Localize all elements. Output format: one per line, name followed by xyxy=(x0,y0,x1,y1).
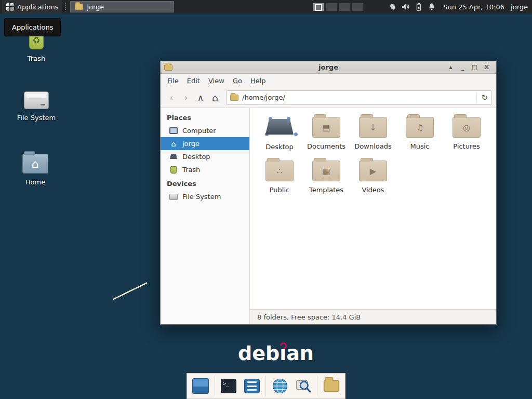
minimize-button[interactable]: _ xyxy=(457,63,469,71)
debian-logo-text: deb xyxy=(238,342,280,365)
taskbar-item-jorge[interactable]: jorge xyxy=(70,1,174,12)
sidebar-item-label: Desktop xyxy=(182,153,210,161)
forward-button[interactable]: › xyxy=(179,91,193,104)
menu-edit[interactable]: Edit xyxy=(183,75,204,86)
file-label: Downloads xyxy=(354,142,391,150)
up-button[interactable]: ∧ xyxy=(194,91,207,104)
sidebar-item-label: Trash xyxy=(182,166,200,174)
debian-logo-i: ı xyxy=(280,342,286,365)
debian-logo: debıan xyxy=(238,342,314,365)
sidebar-header-devices: Devices xyxy=(161,176,249,190)
file-label: Documents xyxy=(307,142,345,150)
menu-go[interactable]: Go xyxy=(229,75,246,86)
file-item-downloads[interactable]: ↓ Downloads xyxy=(350,113,396,151)
file-item-desktop[interactable]: Desktop xyxy=(256,113,303,151)
volume-icon[interactable] xyxy=(402,3,410,11)
file-label: Templates xyxy=(309,186,343,194)
window-icon xyxy=(164,64,172,71)
house-glyph: ⌂ xyxy=(32,157,39,170)
file-label: Videos xyxy=(362,186,384,194)
sidebar-item-trash[interactable]: Trash xyxy=(161,163,249,176)
close-button[interactable]: × xyxy=(481,63,493,71)
shade-button[interactable]: ▴ xyxy=(445,63,457,71)
folder-icon: ▶ xyxy=(359,161,387,181)
file-item-public[interactable]: ∴ Public xyxy=(256,157,303,194)
panel-username[interactable]: jorge xyxy=(511,3,528,11)
panel-grip xyxy=(64,2,67,11)
file-view: Desktop ▤ Documents ↓ Downloads ♫ Music … xyxy=(250,108,496,324)
sidebar-item-desktop[interactable]: Desktop xyxy=(161,150,249,163)
folder-icon: ▦ xyxy=(312,161,340,181)
home-button[interactable]: ⌂ xyxy=(208,91,222,104)
sidebar: Places Computer ⌂ jorge Desktop Trash De… xyxy=(161,108,250,324)
sidebar-item-label: jorge xyxy=(182,140,200,148)
current-path[interactable]: /home/jorge/ xyxy=(242,94,473,101)
file-item-templates[interactable]: ▦ Templates xyxy=(303,157,350,194)
folder-icon: ↓ xyxy=(359,117,387,138)
drive-icon xyxy=(24,91,49,109)
tooltip-text: Applications xyxy=(12,23,53,31)
back-button[interactable]: ‹ xyxy=(165,91,178,104)
window-body: Places Computer ⌂ jorge Desktop Trash De… xyxy=(161,108,496,324)
sidebar-item-jorge[interactable]: ⌂ jorge xyxy=(161,137,249,150)
dock-web-browser[interactable] xyxy=(270,376,290,396)
dock-terminal[interactable]: >_ xyxy=(219,376,238,396)
sidebar-item-label: Computer xyxy=(182,127,216,135)
sidebar-item-file-system[interactable]: File System xyxy=(161,190,249,203)
maximize-button[interactable]: □ xyxy=(469,63,481,71)
applications-menu-button[interactable]: Applications xyxy=(2,0,62,14)
downloads-emblem-icon: ↓ xyxy=(360,117,387,137)
file-item-documents[interactable]: ▤ Documents xyxy=(303,113,350,151)
workspace-2[interactable] xyxy=(326,3,338,11)
workspace-pager xyxy=(313,3,364,11)
applications-menu-label: Applications xyxy=(17,3,58,11)
home-icon: ⌂ xyxy=(169,140,178,148)
trash-icon xyxy=(169,166,178,174)
panel-clock[interactable]: Sun 25 Apr, 10:06 xyxy=(443,3,504,11)
reload-button[interactable]: ↻ xyxy=(476,92,488,103)
public-emblem-icon: ∴ xyxy=(266,161,293,181)
folder-icon xyxy=(230,95,238,101)
file-manager-icon xyxy=(323,380,339,392)
workspace-4[interactable] xyxy=(352,3,364,11)
desktop-folder-icon xyxy=(264,114,295,138)
menu-file[interactable]: File xyxy=(163,75,183,86)
file-grid: Desktop ▤ Documents ↓ Downloads ♫ Music … xyxy=(250,108,496,309)
taskbar-item-label: jorge xyxy=(87,3,104,11)
debian-logo-text: an xyxy=(286,342,314,365)
stray-line-artifact xyxy=(112,282,148,300)
house-glyph: ⌂ xyxy=(171,140,176,148)
dock-panel-preferences[interactable] xyxy=(242,376,262,396)
desktop-icon-file-system[interactable]: File System xyxy=(11,87,61,122)
folder-icon: ∴ xyxy=(265,161,294,181)
file-item-pictures[interactable]: ◎ Pictures xyxy=(443,113,490,151)
mouse-pointer-icon[interactable] xyxy=(389,3,397,11)
desktop-icon-label: Home xyxy=(25,178,45,186)
menu-bar: File Edit View Go Help xyxy=(161,74,496,87)
notifications-bell-icon[interactable] xyxy=(428,3,436,11)
window-titlebar[interactable]: jorge ▴ _ □ × xyxy=(161,61,496,74)
dock-file-manager[interactable] xyxy=(322,376,341,396)
file-label: Public xyxy=(270,186,289,194)
web-browser-icon xyxy=(272,378,288,394)
applications-tooltip: Applications xyxy=(4,18,61,36)
battery-icon[interactable] xyxy=(415,3,423,11)
workspace-1[interactable] xyxy=(313,3,325,11)
videos-emblem-icon: ▶ xyxy=(360,161,387,181)
menu-view[interactable]: View xyxy=(204,75,229,86)
pictures-emblem-icon: ◎ xyxy=(453,117,480,137)
dock-application-finder[interactable] xyxy=(294,376,313,396)
sidebar-item-computer[interactable]: Computer xyxy=(161,124,249,137)
menu-help[interactable]: Help xyxy=(246,75,270,86)
system-tray xyxy=(389,3,436,11)
top-panel: Applications jorge Sun 25 Apr, 10:06 jor… xyxy=(0,0,532,14)
desk-surface xyxy=(265,119,294,135)
desktop-icon xyxy=(169,153,178,161)
location-bar[interactable]: /home/jorge/ ↻ xyxy=(226,90,492,105)
computer-icon xyxy=(169,127,178,135)
workspace-3[interactable] xyxy=(339,3,351,11)
dock-desktop-settings[interactable] xyxy=(191,376,210,396)
file-item-videos[interactable]: ▶ Videos xyxy=(350,157,396,194)
desktop-icon-home[interactable]: ⌂ Home xyxy=(10,151,60,186)
file-item-music[interactable]: ♫ Music xyxy=(396,113,443,151)
